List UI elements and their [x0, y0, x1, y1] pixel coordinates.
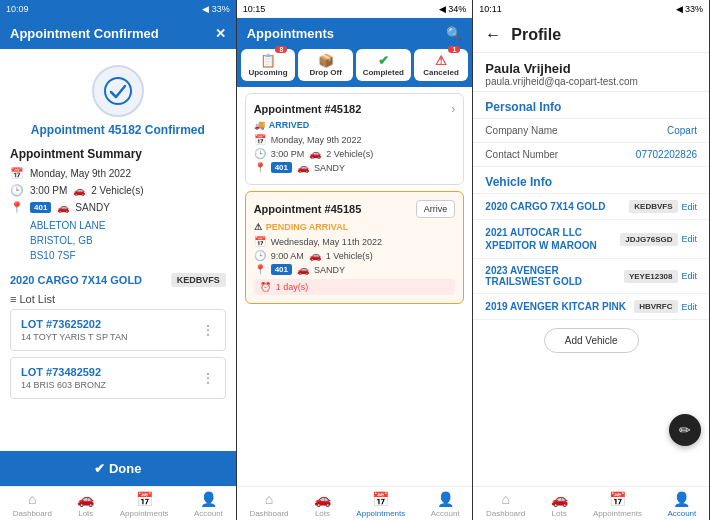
cargo-badge: KEDBVFS	[171, 273, 226, 287]
tab-completed[interactable]: ✔ Completed	[356, 49, 411, 81]
address-block: ABLETON LANE BRISTOL, GB BS10 7SF	[30, 218, 105, 263]
status-bar-p1: 10:09 ◀ 33%	[0, 0, 236, 18]
account-icon-p2: 👤	[437, 491, 454, 507]
vehicle-row-0: 2020 CARGO 7X14 GOLD KEDBVFS Edit	[473, 194, 709, 220]
fab-edit-button[interactable]: ✏	[669, 414, 701, 446]
appointments-icon-p2: 📅	[372, 491, 389, 507]
pin-icon-a2: 📍	[254, 264, 266, 275]
appointments-icon-p3: 📅	[609, 491, 626, 507]
nav-lots-p3[interactable]: 🚗 Lots	[551, 491, 568, 518]
appointments-panel: 10:15 ◀ 34% Appointments 🔍 8 📋 Upcoming …	[237, 0, 474, 520]
edit-vehicle-3[interactable]: Edit	[682, 302, 698, 312]
confirmed-text: Appointment 45182 Confirmed	[31, 123, 205, 137]
back-button[interactable]: ←	[485, 26, 501, 44]
pin-icon: 📍	[10, 201, 24, 214]
tab-dropoff[interactable]: 📦 Drop Off	[298, 49, 353, 81]
time-row: 🕒 3:00 PM 🚗 2 Vehicle(s)	[10, 184, 226, 197]
profile-email: paula.vrijheid@qa-copart-test.com	[485, 76, 697, 87]
appt1-status: 🚚 ARRIVED	[254, 120, 456, 130]
calendar-icon-a2: 📅	[254, 236, 266, 247]
appt1-header: Appointment #45182 ›	[254, 102, 456, 116]
pencil-icon: ✏	[679, 422, 691, 438]
profile-panel: 10:11 ◀ 33% ← Profile Paula Vrijheid pau…	[473, 0, 710, 520]
lots-icon-p3: 🚗	[551, 491, 568, 507]
truck-icon: 🚚	[254, 120, 265, 130]
lot-item-2: LOT #73482592 14 BRIS 603 BRONZ ⋮	[10, 357, 226, 399]
svg-point-0	[105, 78, 131, 104]
profile-title: Profile	[511, 26, 561, 44]
cargo-row: 2020 CARGO 7X14 GOLD KEDBVFS	[10, 273, 226, 287]
appointment-card-2: Appointment #45185 Arrive ⚠ PENDING ARRI…	[245, 191, 465, 304]
date-row: 📅 Monday, May 9th 2022	[10, 167, 226, 180]
status-bar-p3: 10:11 ◀ 33%	[473, 0, 709, 18]
p2-nav: ⌂ Dashboard 🚗 Lots 📅 Appointments 👤 Acco…	[237, 486, 473, 520]
edit-vehicle-0[interactable]: Edit	[682, 202, 698, 212]
p2-body: Appointment #45182 › 🚚 ARRIVED 📅 Monday,…	[237, 87, 473, 486]
close-icon[interactable]: ✕	[215, 26, 226, 41]
completed-tab-icon: ✔	[378, 53, 389, 68]
nav-appointments-p2[interactable]: 📅 Appointments	[356, 491, 405, 518]
upcoming-tab-icon: 📋	[260, 53, 276, 68]
car-icon: 🚗	[73, 185, 85, 196]
p3-nav: ⌂ Dashboard 🚗 Lots 📅 Appointments 👤 Acco…	[473, 486, 709, 520]
p1-body: Appointment 45182 Confirmed Appointment …	[0, 49, 236, 451]
nav-appointments-p1[interactable]: 📅 Appointments	[120, 491, 169, 518]
chevron-right-icon[interactable]: ›	[451, 102, 455, 116]
nav-appointments-p3[interactable]: 📅 Appointments	[593, 491, 642, 518]
lot2-menu-icon[interactable]: ⋮	[201, 370, 215, 386]
search-icon[interactable]: 🔍	[446, 26, 462, 41]
dropoff-tab-icon: 📦	[318, 53, 334, 68]
tab-canceled[interactable]: 1 ⚠ Canceled	[414, 49, 469, 81]
appointments-icon: 📅	[136, 491, 153, 507]
clock-warning-icon: ⏰	[260, 282, 271, 292]
account-icon: 👤	[200, 491, 217, 507]
appointment-confirmed-panel: 10:09 ◀ 33% Appointment Confirmed ✕ Appo…	[0, 0, 237, 520]
appt2-header: Appointment #45185 Arrive	[254, 200, 456, 218]
nav-account-p1[interactable]: 👤 Account	[194, 491, 223, 518]
p3-body: Paula Vrijheid paula.vrijheid@qa-copart-…	[473, 53, 709, 486]
header-title: Appointment Confirmed	[10, 26, 159, 41]
appt1-badge: 401	[271, 162, 292, 173]
home-icon-p2: ⌂	[265, 491, 273, 507]
appt1-time: 🕒 3:00 PM 🚗 2 Vehicle(s)	[254, 148, 456, 159]
pin-icon-a1: 📍	[254, 162, 266, 173]
company-row: Company Name Copart	[473, 119, 709, 143]
appt2-badge: 401	[271, 264, 292, 275]
edit-vehicle-2[interactable]: Edit	[682, 271, 698, 281]
appt2-date: 📅 Wednesday, May 11th 2022	[254, 236, 456, 247]
done-button[interactable]: ✔ Done	[0, 451, 236, 486]
clock-icon-a1: 🕒	[254, 148, 266, 159]
days-row: ⏰ 1 day(s)	[254, 279, 456, 295]
p2-header: Appointments 🔍	[237, 18, 473, 49]
clock-icon: 🕒	[10, 184, 24, 197]
nav-dashboard-p2[interactable]: ⌂ Dashboard	[249, 491, 288, 518]
edit-vehicle-1[interactable]: Edit	[682, 234, 698, 244]
home-icon-p3: ⌂	[501, 491, 509, 507]
nav-account-p3[interactable]: 👤 Account	[667, 491, 696, 518]
appt2-location: 📍 401 🚗 SANDY	[254, 264, 456, 275]
add-vehicle-button[interactable]: Add Vehicle	[544, 328, 639, 353]
check-icon	[104, 77, 132, 105]
lot1-menu-icon[interactable]: ⋮	[201, 322, 215, 338]
lots-icon-p2: 🚗	[314, 491, 331, 507]
appt1-date: 📅 Monday, May 9th 2022	[254, 134, 456, 145]
location-badge: 401	[30, 202, 51, 213]
tab-upcoming[interactable]: 8 📋 Upcoming	[241, 49, 296, 81]
nav-dashboard-p3[interactable]: ⌂ Dashboard	[486, 491, 525, 518]
contact-row: Contact Number 07702202826	[473, 143, 709, 167]
nav-dashboard-p1[interactable]: ⌂ Dashboard	[13, 491, 52, 518]
status-bar-p2: 10:15 ◀ 34%	[237, 0, 473, 18]
arrive-button[interactable]: Arrive	[416, 200, 456, 218]
canceled-tab-icon: ⚠	[435, 53, 447, 68]
profile-name: Paula Vrijheid	[485, 61, 697, 76]
car-small-icon: 🚗	[57, 202, 69, 213]
account-icon-p3: 👤	[673, 491, 690, 507]
lot-item-1: LOT #73625202 14 TOYT YARIS T SP TAN ⋮	[10, 309, 226, 351]
vehicle-row-1: 2021 AUTOCAR LLC XPEDITOR W MAROON JDJG7…	[473, 220, 709, 259]
nav-lots-p2[interactable]: 🚗 Lots	[314, 491, 331, 518]
car-icon-a1: 🚗	[309, 148, 321, 159]
appt2-status: ⚠ PENDING ARRIVAL	[254, 222, 456, 232]
nav-lots-p1[interactable]: 🚗 Lots	[77, 491, 94, 518]
p1-header: Appointment Confirmed ✕	[0, 18, 236, 49]
nav-account-p2[interactable]: 👤 Account	[431, 491, 460, 518]
